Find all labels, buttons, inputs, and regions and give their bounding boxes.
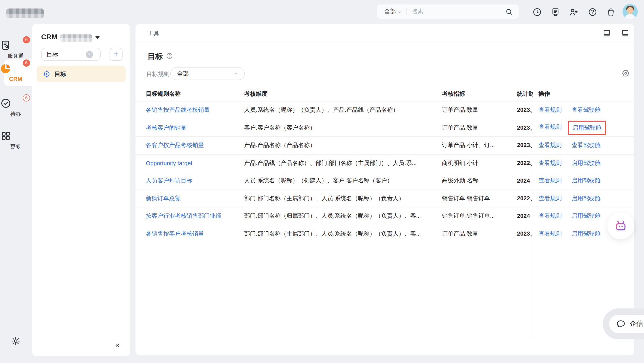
- actions-cell: 查看规则 启用驾驶舱: [538, 123, 602, 133]
- view-rule-link[interactable]: 查看规则: [538, 230, 562, 238]
- dashboard-link-highlight-wrap: 查看驾驶舱: [572, 141, 600, 150]
- actions-cell: 查看规则 启用驾驶舱: [538, 177, 600, 185]
- help-circle-icon[interactable]: [166, 52, 173, 59]
- table-settings-icon[interactable]: [621, 69, 630, 78]
- todo-check-icon: [0, 97, 12, 109]
- dashboard-link[interactable]: 启用驾驶舱: [572, 160, 600, 166]
- table-row: 新购订单总额 部门.部门名称（主属部门）、人员.系统名（昵称）（负责人） 销售订…: [136, 189, 634, 207]
- filter-selected-value: 全部: [177, 69, 189, 77]
- window-layout-icon[interactable]: [602, 29, 611, 37]
- rule-filter-select[interactable]: 全部: [170, 67, 245, 80]
- frozen-column-divider: [533, 86, 533, 337]
- sidebar-item-service[interactable]: 6 服务通: [0, 39, 31, 60]
- dimension-cell: 人员.系统名（昵称）（创建人）、客户.客户名称（客户）: [244, 177, 438, 185]
- rule-name-link[interactable]: Opportunity target: [146, 160, 238, 167]
- chevron-down-icon: [233, 71, 239, 76]
- dashboard-link[interactable]: 启用驾驶舱: [572, 213, 600, 219]
- sidebar-item-more[interactable]: 更多: [0, 130, 31, 151]
- dashboard-link[interactable]: 启用驾驶舱: [572, 124, 602, 131]
- grid-icon: [0, 130, 12, 142]
- ai-assistant-button[interactable]: [607, 212, 634, 239]
- view-rule-link[interactable]: 查看规则: [538, 159, 562, 167]
- rule-name-link[interactable]: 人员客户拜访目标: [146, 177, 238, 185]
- dashboard-link[interactable]: 查看驾驶舱: [572, 142, 600, 149]
- dashboard-link[interactable]: 启用驾驶舱: [572, 195, 600, 202]
- rule-name-link[interactable]: 考核客户的销量: [146, 124, 238, 132]
- dimension-cell: 部门.部门名称（归属部门）、人员.系统名（昵称）（负责人）、客...: [244, 212, 438, 220]
- dashboard-link-highlight-wrap: 启用驾驶舱: [572, 230, 600, 238]
- search-icon[interactable]: [505, 7, 514, 16]
- dashboard-link[interactable]: 查看驾驶舱: [572, 107, 600, 113]
- add-button[interactable]: +: [110, 48, 122, 61]
- main-content: 工具 目标 目标规则 全部 目标规则名称 考核维度 考核指标 统计财 操作: [136, 24, 634, 356]
- avatar-body: [625, 14, 635, 19]
- chevron-down-icon[interactable]: [95, 36, 100, 39]
- collapse-panel-button[interactable]: «: [116, 341, 120, 349]
- dimension-cell: 部门.部门名称（主属部门）、人员.系统名（昵称）（负责人）: [244, 194, 438, 203]
- tab-bar: 工具: [136, 24, 634, 42]
- table-row: 各销售按产品线考核销量 人员.系统名（昵称）（负责人）、产品.产品线（产品名称）…: [136, 101, 634, 119]
- table-bottom-border: [146, 337, 630, 337]
- dashboard-link[interactable]: 启用驾驶舱: [572, 177, 600, 184]
- table-row: 各销售按客户考核销量 部门.部门名称（主属部门）、人员.系统名（昵称）（负责人）…: [136, 225, 634, 242]
- indicator-cell: 订单产品.小计、订...: [442, 141, 514, 150]
- purchase-icon[interactable]: [606, 7, 616, 17]
- fiscal-year-cell: 2023、: [517, 106, 533, 114]
- rule-name-link[interactable]: 新购订单总额: [146, 194, 238, 203]
- target-item-label: 目标: [54, 70, 66, 78]
- dimension-cell: 产品.产品名称（产品名称）: [244, 141, 438, 150]
- clear-search-icon[interactable]: ×: [86, 51, 93, 58]
- dashboard-link-highlight-wrap: 启用驾驶舱: [568, 121, 606, 135]
- col-header-fiscal: 统计财: [517, 90, 533, 98]
- view-rule-link[interactable]: 查看规则: [538, 106, 562, 114]
- search-input[interactable]: [46, 51, 86, 58]
- service-doc-icon: [0, 39, 12, 51]
- view-rule-link[interactable]: 查看规则: [538, 177, 562, 185]
- dashboard-link-highlight-wrap: 启用驾驶舱: [572, 212, 600, 220]
- sidebar-item-label: 更多: [0, 143, 31, 151]
- search-placeholder[interactable]: 搜索: [412, 7, 505, 16]
- search-scope-selector[interactable]: 全部: [384, 7, 396, 16]
- col-header-name: 目标规则名称: [146, 90, 181, 98]
- table-header: 目标规则名称 考核维度 考核指标 统计财 操作: [136, 86, 634, 101]
- fiscal-year-cell: 2022、: [517, 159, 533, 167]
- rule-name-link[interactable]: 各销售按客户考核销量: [146, 230, 238, 238]
- fiscal-year-cell: 2023、: [517, 141, 533, 150]
- rule-name-link[interactable]: 按客户行业考核销售部门业绩: [146, 212, 238, 220]
- avatar[interactable]: [622, 4, 638, 19]
- panel-search-field[interactable]: ×: [41, 48, 100, 61]
- dashboard-link[interactable]: 启用驾驶舱: [572, 230, 600, 237]
- help-icon[interactable]: [588, 7, 598, 17]
- table-row: 考核客户的销量 客户.客户名称（客户名称） 订单产品.数量 2023、 查看规则…: [136, 119, 634, 136]
- view-rule-link[interactable]: 查看规则: [538, 123, 562, 133]
- ai-robot-icon: [614, 219, 628, 232]
- contacts-icon[interactable]: [569, 7, 579, 17]
- indicator-cell: 订单产品.数量: [442, 124, 514, 132]
- panel-title-redacted: [60, 34, 92, 42]
- workbench-icon[interactable]: [550, 7, 560, 17]
- sidebar-item-label: 服务通: [0, 52, 31, 60]
- actions-cell: 查看规则 查看驾驶舱: [538, 141, 600, 150]
- window-new-icon[interactable]: [621, 29, 630, 37]
- view-rule-link[interactable]: 查看规则: [538, 212, 562, 220]
- view-rule-link[interactable]: 查看规则: [538, 194, 562, 203]
- indicator-cell: 订单产品.数量: [442, 106, 514, 114]
- dimension-cell: 客户.客户名称（客户名称）: [244, 124, 438, 132]
- table-row: 各客户按产品考核销量 产品.产品名称（产品名称） 订单产品.小计、订... 20…: [136, 136, 634, 154]
- sidebar-item-target[interactable]: 目标: [37, 66, 126, 82]
- col-header-dimension: 考核维度: [244, 90, 268, 98]
- gear-icon[interactable]: [11, 336, 20, 346]
- rule-name-link[interactable]: 各客户按产品考核销量: [146, 141, 238, 150]
- sidebar-item-todo[interactable]: 6 待办: [0, 97, 31, 118]
- history-icon[interactable]: [532, 7, 542, 17]
- sidebar-item-crm[interactable]: 6 CRM: [0, 63, 31, 82]
- global-search[interactable]: 全部 搜索: [377, 4, 519, 19]
- dimension-cell: 部门.部门名称（主属部门）、人员.系统名（昵称）（负责人）、客...: [244, 230, 438, 238]
- actions-cell: 查看规则 启用驾驶舱: [538, 159, 600, 167]
- enterprise-chat-button[interactable]: 企信: [609, 314, 644, 334]
- page-title: 目标: [148, 51, 163, 62]
- rule-name-link[interactable]: 各销售按产品线考核销量: [146, 106, 238, 114]
- dimension-cell: 产品.产品线（产品名称）、部门.部门名称（主属部门）、人员.系...: [244, 159, 438, 167]
- view-rule-link[interactable]: 查看规则: [538, 141, 562, 150]
- tab-tools[interactable]: 工具: [148, 29, 159, 37]
